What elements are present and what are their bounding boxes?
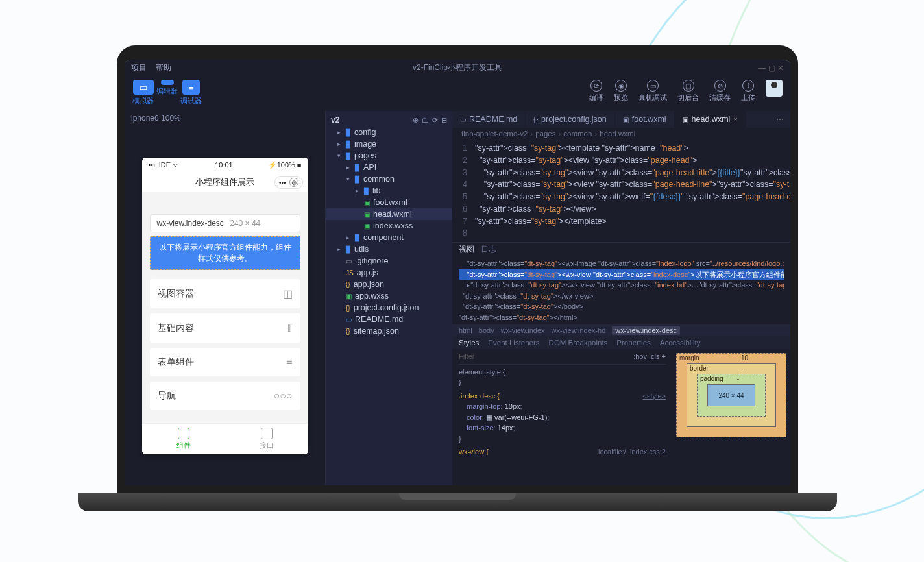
tree-node[interactable]: {} app.json xyxy=(326,278,452,290)
element-row[interactable]: "dt-sy-attr">class="dt-sy-tag"></body> xyxy=(459,301,784,312)
index-desc-highlight[interactable]: 以下将展示小程序官方组件能力，组件样式仅供参考。 xyxy=(150,236,300,270)
crumb[interactable]: wx-view.index-hd xyxy=(552,326,606,334)
inspect-tooltip: wx-view.index-desc 240 × 44 xyxy=(150,214,300,232)
project-root[interactable]: v2 xyxy=(331,116,339,125)
signal-icon: ••ıl IDE ᯤ xyxy=(149,161,180,169)
element-row[interactable]: "dt-sy-attr">class="dt-sy-tag"><wx-view … xyxy=(459,269,784,280)
new-folder-icon[interactable]: 🗀 xyxy=(422,116,429,125)
styles-panel[interactable]: Filter :hov .cls + element.style { } .in… xyxy=(452,349,672,455)
file-icon: ▭ xyxy=(346,258,352,265)
elements-panel[interactable]: "dt-sy-attr">class="dt-sy-tag"><wx-image… xyxy=(452,256,790,324)
laptop-base xyxy=(78,493,837,511)
window-controls[interactable]: — ▢ ✕ xyxy=(758,64,784,73)
tab-item[interactable]: 接口 xyxy=(225,424,308,454)
menu-bar: 项目 帮助 v2-FinClip小程序开发工具 — ▢ ✕ xyxy=(125,60,790,76)
file-icon: ▣ xyxy=(364,211,370,218)
file-icon: ▉ xyxy=(364,188,369,195)
crumb[interactable]: wx-view.index-desc xyxy=(612,326,680,335)
tree-node[interactable]: ▸ ▉ lib xyxy=(326,185,452,197)
menu-item-project[interactable]: 项目 xyxy=(131,62,147,73)
tree-node[interactable]: ▭ .gitignore xyxy=(326,255,452,267)
editor-tabs: ▭ README.md {} project.config.json ▣ foo… xyxy=(452,111,790,128)
tree-node[interactable]: {} project.config.json xyxy=(326,302,452,313)
tab-item[interactable]: 组件 xyxy=(142,424,225,454)
tree-node[interactable]: ▣ foot.wxml xyxy=(326,197,452,208)
avatar[interactable] xyxy=(766,80,783,97)
action-button[interactable]: ⊘清缓存 xyxy=(709,80,731,103)
refresh-icon[interactable]: ⟳ xyxy=(432,116,438,125)
window-title: v2-FinClip小程序开发工具 xyxy=(413,62,502,73)
styles-tabs[interactable]: StylesEvent ListenersDOM BreakpointsProp… xyxy=(452,336,790,349)
tree-node[interactable]: ▣ head.wxml xyxy=(326,208,452,220)
list-item[interactable]: 导航○○○ xyxy=(150,382,300,410)
tree-node[interactable]: ▾ ▉ pages xyxy=(326,150,452,162)
mode-icon xyxy=(161,80,174,85)
capsule[interactable]: ••• ⊙ xyxy=(274,176,303,189)
css-rule: element.style { xyxy=(459,367,666,378)
editor-tab[interactable]: ▣ foot.wxml xyxy=(615,111,675,128)
action-button[interactable]: ▭真机调试 xyxy=(638,80,667,103)
crumb[interactable]: body xyxy=(479,326,494,334)
new-file-icon[interactable]: ⊕ xyxy=(413,116,419,125)
editor-tab[interactable]: {} project.config.json xyxy=(526,111,614,128)
filter-actions[interactable]: :hov .cls + xyxy=(633,351,666,362)
collapse-icon[interactable]: ⊟ xyxy=(441,116,447,125)
mode-toggle[interactable]: ≡ 调试器 xyxy=(180,80,202,106)
list-item[interactable]: 视图容器◫ xyxy=(150,279,300,308)
app-root: 项目 帮助 v2-FinClip小程序开发工具 — ▢ ✕ ▭ 模拟器 编辑器 … xyxy=(125,60,790,485)
mode-icon: ≡ xyxy=(182,80,201,95)
file-icon: ▭ xyxy=(346,316,352,323)
list-item[interactable]: 基础内容𝕋 xyxy=(150,313,300,343)
item-icon: 𝕋 xyxy=(286,322,293,334)
file-icon: ▉ xyxy=(346,246,351,253)
subtab[interactable]: DOM Breakpoints xyxy=(549,339,608,347)
battery-icon: ⚡100% ■ xyxy=(268,161,302,169)
more-icon[interactable]: ⋯ xyxy=(770,115,790,124)
menu-item-help[interactable]: 帮助 xyxy=(156,62,171,73)
list-item[interactable]: 表单组件≡ xyxy=(150,348,300,376)
action-button[interactable]: ⟳编译 xyxy=(589,80,603,103)
subtab[interactable]: Properties xyxy=(616,339,650,347)
tree-node[interactable]: ▣ index.wxss xyxy=(326,220,452,232)
tree-node[interactable]: ▾ ▉ common xyxy=(326,173,452,185)
devtools-tabs[interactable]: 视图 日志 xyxy=(452,243,790,256)
crumb[interactable]: wx-view.index xyxy=(501,326,545,334)
item-icon: ◫ xyxy=(283,287,293,300)
breadcrumb[interactable]: fino-applet-demo-v2›pages›common›head.wx… xyxy=(452,128,790,140)
phone-nav-bar: 小程序组件展示 ••• ⊙ xyxy=(142,173,308,192)
subtab[interactable]: Styles xyxy=(459,339,479,347)
tree-node[interactable]: ▭ README.md xyxy=(326,313,452,325)
mode-toggle[interactable]: 编辑器 xyxy=(156,80,178,106)
tree-node[interactable]: JS app.js xyxy=(326,267,452,278)
crumb[interactable]: html xyxy=(459,326,472,334)
tree-node[interactable]: ▸ ▉ image xyxy=(326,138,452,150)
tree-node[interactable]: ▸ ▉ config xyxy=(326,127,452,138)
device-label[interactable]: iphone6 100% xyxy=(125,111,325,125)
subtab[interactable]: Accessibility xyxy=(660,339,701,347)
editor-tab[interactable]: ▭ README.md xyxy=(452,111,526,128)
element-row[interactable]: "dt-sy-attr">class="dt-sy-tag"></html> xyxy=(459,312,784,323)
file-icon: ▣ xyxy=(346,293,352,300)
filter-input[interactable]: Filter xyxy=(459,351,474,362)
tree-node[interactable]: ▣ app.wxss xyxy=(326,290,452,302)
tree-node[interactable]: ▸ ▉ utils xyxy=(326,243,452,255)
close-icon[interactable]: ⊙ xyxy=(289,178,298,187)
tree-node[interactable]: {} sitemap.json xyxy=(326,325,452,337)
action-button[interactable]: ◉预览 xyxy=(614,80,628,103)
element-row[interactable]: ▸"dt-sy-attr">class="dt-sy-tag"><wx-view… xyxy=(459,280,784,291)
tree-node[interactable]: ▸ ▉ API xyxy=(326,162,452,173)
tree-node[interactable]: ▸ ▉ component xyxy=(326,232,452,243)
page-title: 小程序组件展示 xyxy=(195,177,254,188)
subtab[interactable]: Event Listeners xyxy=(488,339,539,347)
file-icon: ▉ xyxy=(355,164,360,171)
elements-crumbs[interactable]: htmlbodywx-view.indexwx-view.index-hdwx-… xyxy=(452,324,790,336)
action-button[interactable]: ⤴上传 xyxy=(741,80,755,103)
editor-tab[interactable]: ▣ head.wxml× xyxy=(675,111,746,128)
more-icon[interactable]: ••• xyxy=(279,179,286,186)
close-icon[interactable]: × xyxy=(733,116,737,123)
element-row[interactable]: "dt-sy-attr">class="dt-sy-tag"></wx-view… xyxy=(459,291,784,302)
code-editor[interactable]: 12345678 "sy-attr">class="sy-tag"><templ… xyxy=(452,140,790,242)
mode-toggle[interactable]: ▭ 模拟器 xyxy=(132,80,154,106)
element-row[interactable]: "dt-sy-attr">class="dt-sy-tag"><wx-image… xyxy=(459,258,784,269)
action-button[interactable]: ◫切后台 xyxy=(677,80,699,103)
